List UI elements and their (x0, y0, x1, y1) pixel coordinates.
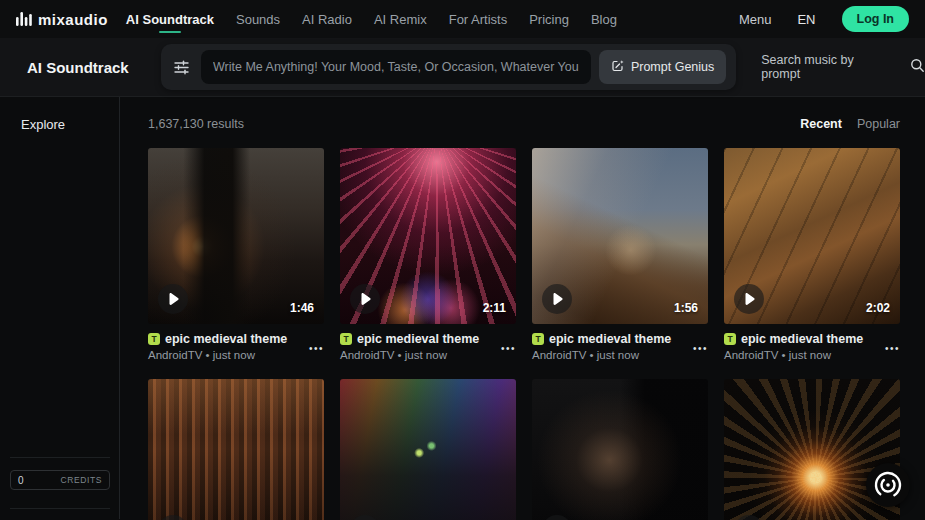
play-button[interactable] (350, 284, 380, 314)
prompt-genius-icon (611, 59, 625, 76)
navbar-right: Menu EN Log In (739, 6, 909, 32)
track-duration: 1:56 (674, 301, 698, 315)
sidebar-divider (10, 508, 110, 509)
track-thumbnail[interactable]: 1:56 (532, 148, 708, 324)
logo[interactable]: mixaudio (16, 11, 108, 28)
track-meta: T epic medieval theme AndroidTV • just n… (724, 332, 900, 361)
nav-item-ai-soundtrack[interactable]: AI Soundtrack (126, 2, 214, 37)
track-duration: 2:02 (866, 301, 890, 315)
sidebar: Explore 0 CREDITS (0, 97, 120, 519)
track-title[interactable]: epic medieval theme (549, 332, 671, 346)
language-selector[interactable]: EN (797, 12, 815, 27)
track-card (340, 379, 516, 520)
track-byline: AndroidTV • just now (340, 349, 479, 361)
search-icon[interactable] (910, 58, 925, 77)
play-button[interactable] (734, 515, 764, 520)
track-meta: T epic medieval theme AndroidTV • just n… (148, 332, 324, 361)
vinyl-record-widget[interactable] (866, 463, 910, 507)
track-title[interactable]: epic medieval theme (165, 332, 287, 346)
more-options-icon[interactable]: ••• (885, 336, 900, 361)
track-byline: AndroidTV • just now (148, 349, 287, 361)
track-title[interactable]: epic medieval theme (741, 332, 863, 346)
track-card: 2:11 T epic medieval theme AndroidTV • j… (340, 148, 516, 361)
search-by-prompt[interactable]: Search music by prompt (761, 53, 925, 81)
nav-item-ai-radio[interactable]: AI Radio (302, 2, 352, 37)
track-thumbnail[interactable]: 2:11 (340, 148, 516, 324)
page-title: AI Soundtrack (27, 59, 146, 76)
more-options-icon[interactable]: ••• (693, 336, 708, 361)
play-button[interactable] (734, 284, 764, 314)
equalizer-icon (16, 12, 32, 26)
logo-text: mixaudio (38, 11, 108, 28)
track-thumbnail[interactable] (148, 379, 324, 520)
track-card: 2:02 T epic medieval theme AndroidTV • j… (724, 148, 900, 361)
body-area: Explore 0 CREDITS 1,637,130 results Rece… (0, 97, 925, 519)
track-byline: AndroidTV • just now (532, 349, 671, 361)
track-thumbnail[interactable]: 2:02 (724, 148, 900, 324)
track-type-badge: T (724, 333, 736, 345)
sidebar-item-explore[interactable]: Explore (0, 97, 119, 132)
nav-item-ai-remix[interactable]: AI Remix (374, 2, 427, 37)
track-thumbnail[interactable] (532, 379, 708, 520)
prompt-input[interactable] (201, 50, 591, 84)
credits-label: CREDITS (60, 475, 102, 485)
page-header: AI Soundtrack Prompt Genius Search music… (0, 38, 925, 97)
play-button[interactable] (542, 515, 572, 520)
search-hint-label: Search music by prompt (761, 53, 896, 81)
track-card: 1:56 T epic medieval theme AndroidTV • j… (532, 148, 708, 361)
credits-box[interactable]: 0 CREDITS (10, 470, 110, 490)
more-options-icon[interactable]: ••• (309, 336, 324, 361)
play-button[interactable] (350, 515, 380, 520)
app-window: mixaudio AI Soundtrack Sounds AI Radio A… (0, 0, 925, 520)
more-options-icon[interactable]: ••• (501, 336, 516, 361)
login-button[interactable]: Log In (842, 6, 910, 32)
nav-links: AI Soundtrack Sounds AI Radio AI Remix F… (126, 2, 617, 37)
track-thumbnail[interactable]: 1:46 (148, 148, 324, 324)
play-button[interactable] (158, 515, 188, 520)
tab-recent[interactable]: Recent (800, 117, 842, 131)
play-button[interactable] (158, 284, 188, 314)
track-thumbnail[interactable] (340, 379, 516, 520)
nav-item-pricing[interactable]: Pricing (529, 2, 569, 37)
track-grid: 1:46 T epic medieval theme AndroidTV • j… (148, 148, 900, 520)
track-duration: 2:11 (483, 301, 506, 315)
credits-value: 0 (18, 475, 24, 486)
menu-button[interactable]: Menu (739, 12, 772, 27)
track-card (148, 379, 324, 520)
prompt-genius-label: Prompt Genius (631, 60, 714, 74)
sort-tabs: Recent Popular (800, 117, 900, 131)
track-title[interactable]: epic medieval theme (357, 332, 479, 346)
track-type-badge: T (148, 333, 160, 345)
top-navbar: mixaudio AI Soundtrack Sounds AI Radio A… (0, 0, 925, 38)
results-toolbar: 1,637,130 results Recent Popular (148, 117, 900, 131)
track-duration: 1:46 (290, 301, 314, 315)
results-count: 1,637,130 results (148, 117, 244, 131)
nav-item-for-artists[interactable]: For Artists (449, 2, 508, 37)
nav-item-blog[interactable]: Blog (591, 2, 617, 37)
prompt-genius-button[interactable]: Prompt Genius (599, 50, 726, 84)
track-meta: T epic medieval theme AndroidTV • just n… (340, 332, 516, 361)
track-type-badge: T (532, 333, 544, 345)
track-card: 1:46 T epic medieval theme AndroidTV • j… (148, 148, 324, 361)
sidebar-divider (10, 457, 110, 458)
track-type-badge: T (340, 333, 352, 345)
track-card (532, 379, 708, 520)
track-meta: T epic medieval theme AndroidTV • just n… (532, 332, 708, 361)
tab-popular[interactable]: Popular (857, 117, 900, 131)
track-byline: AndroidTV • just now (724, 349, 863, 361)
main-content: 1,637,130 results Recent Popular 1:46 (120, 97, 925, 519)
nav-item-sounds[interactable]: Sounds (236, 2, 280, 37)
filter-sliders-icon[interactable] (169, 59, 195, 76)
prompt-search-bar: Prompt Genius (161, 44, 736, 90)
vinyl-record-icon (873, 470, 903, 500)
play-button[interactable] (542, 284, 572, 314)
